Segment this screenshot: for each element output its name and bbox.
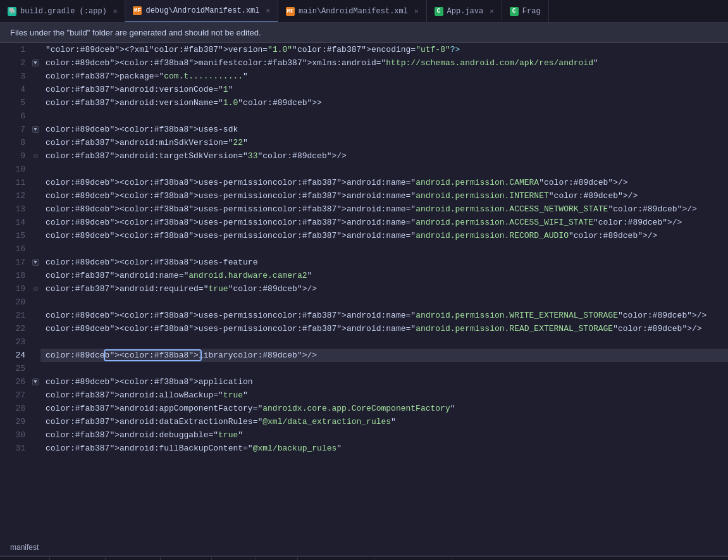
- code-line[interactable]: "color:#89dceb"><?xml "color:#fab387">ve…: [40, 43, 728, 56]
- code-line[interactable]: color:#89dceb"><color:#f38ba8">library c…: [40, 349, 728, 362]
- warning-banner: Files under the "build" folder are gener…: [0, 23, 728, 43]
- code-line[interactable]: color:#fab387">android:targetSdkVersion=…: [40, 149, 728, 163]
- code-line[interactable]: [40, 296, 728, 309]
- code-line[interactable]: color:#fab387">android:versionCode="1": [40, 83, 728, 96]
- fold-close-button[interactable]: [34, 287, 38, 291]
- fold-open-button[interactable]: ▼: [32, 378, 39, 385]
- code-line[interactable]: color:#89dceb"><color:#f38ba8">uses-perm…: [40, 189, 728, 202]
- terminal-item[interactable]: ⬛ Terminal: [106, 557, 160, 560]
- gutter-line: [30, 109, 40, 123]
- tab-close-btn[interactable]: ✕: [266, 6, 270, 15]
- line-number: 18: [5, 269, 25, 282]
- line-number: 26: [5, 375, 25, 389]
- code-line[interactable]: color:#89dceb"><color:#f38ba8">uses-sdk: [40, 123, 728, 136]
- tab-debug-manifest[interactable]: MF debug\AndroidManifest.xml ✕: [125, 0, 278, 23]
- line-number: 5: [5, 96, 25, 109]
- tab-close-btn[interactable]: ✕: [414, 7, 419, 15]
- gutter-line: [30, 296, 40, 309]
- line-number: 6: [5, 109, 25, 123]
- logcat-item[interactable]: ≡ Logcat: [212, 557, 256, 560]
- line-number: 8: [5, 136, 25, 149]
- editor-area: 1234567891011121314151617181920212223242…: [0, 43, 728, 538]
- tab-app-java[interactable]: C App.java ✕: [427, 0, 502, 23]
- java-icon: C: [435, 7, 443, 16]
- gutter-line: ▼: [30, 56, 40, 70]
- gutter-line: [30, 282, 40, 296]
- code-line[interactable]: color:#89dceb"><color:#f38ba8">uses-perm…: [40, 229, 728, 242]
- line-number: 9: [5, 149, 25, 163]
- code-line[interactable]: color:#89dceb"><color:#f38ba8">uses-perm…: [40, 322, 728, 335]
- tab-frag[interactable]: C Frag: [502, 0, 549, 23]
- code-line[interactable]: color:#89dceb"><color:#f38ba8">uses-perm…: [40, 309, 728, 322]
- code-line[interactable]: color:#89dceb"><color:#f38ba8">uses-feat…: [40, 256, 728, 269]
- code-line[interactable]: color:#89dceb"><color:#f38ba8">uses-perm…: [40, 216, 728, 229]
- build-item[interactable]: 🔨 Build: [256, 557, 299, 560]
- code-line[interactable]: color:#fab387">android:name="android.har…: [40, 269, 728, 282]
- line-number: 31: [5, 442, 25, 455]
- gutter-line: [30, 149, 40, 163]
- code-line[interactable]: [40, 163, 728, 176]
- code-line[interactable]: color:#89dceb"><color:#f38ba8">manifest …: [40, 56, 728, 70]
- tab-label: debug\AndroidManifest.xml: [145, 6, 259, 15]
- line-number: 13: [5, 202, 25, 216]
- line-number: 23: [5, 335, 25, 349]
- gutter-line: [30, 216, 40, 229]
- line-number: 30: [5, 428, 25, 442]
- code-line[interactable]: color:#fab387">android:required="true" c…: [40, 282, 728, 296]
- line-number: 22: [5, 322, 25, 335]
- code-line[interactable]: color:#89dceb"><color:#f38ba8">uses-perm…: [40, 176, 728, 189]
- services-item[interactable]: ▶ Services: [161, 557, 212, 560]
- fold-close-button[interactable]: [34, 154, 38, 158]
- code-line[interactable]: color:#fab387">android:minSdkVersion="22…: [40, 136, 728, 149]
- code-line[interactable]: [40, 362, 728, 375]
- line-number: 16: [5, 242, 25, 256]
- fold-open-button[interactable]: ▼: [32, 259, 39, 266]
- fold-open-button[interactable]: ▼: [32, 126, 39, 133]
- code-line[interactable]: color:#fab387">android:dataExtractionRul…: [40, 415, 728, 428]
- tab-close-btn[interactable]: ✕: [113, 7, 118, 15]
- gutter-line: [30, 202, 40, 216]
- problems-item[interactable]: ⚠ Problems: [50, 557, 106, 560]
- tab-label: App.java: [447, 7, 484, 16]
- code-line[interactable]: color:#fab387">android:debuggable="true": [40, 428, 728, 442]
- gutter-line: [30, 415, 40, 428]
- code-line[interactable]: [40, 242, 728, 256]
- line-number: 28: [5, 402, 25, 415]
- code-line[interactable]: color:#89dceb"><color:#f38ba8">uses-perm…: [40, 202, 728, 216]
- gutter-line: [30, 96, 40, 109]
- code-content[interactable]: "color:#89dceb"><?xml "color:#fab387">ve…: [40, 43, 728, 538]
- tab-close-btn[interactable]: ✕: [490, 7, 494, 15]
- line-numbers: 1234567891011121314151617181920212223242…: [0, 43, 30, 538]
- line-number: 25: [5, 362, 25, 375]
- code-line[interactable]: color:#fab387">android:allowBackup="true…: [40, 389, 728, 402]
- line-number: 20: [5, 296, 25, 309]
- line-number: 12: [5, 189, 25, 202]
- line-number: 19: [5, 282, 25, 296]
- code-line[interactable]: color:#fab387">package="com.t...........…: [40, 70, 728, 83]
- gutter-area: ▼▼▼▼: [30, 43, 40, 538]
- status-bar: ☐ TODO ⚠ Problems ⬛ Terminal ▶ Services …: [0, 556, 728, 560]
- gutter-line: [30, 428, 40, 442]
- gutter-line: ▼: [30, 123, 40, 136]
- todo-item[interactable]: ☐ TODO: [5, 557, 50, 560]
- tab-bar: 🐘 build.gradle (:app) ✕ MF debug\Android…: [0, 0, 728, 23]
- version-control-item[interactable]: 🔱 Version Control: [374, 557, 452, 560]
- line-number: 29: [5, 415, 25, 428]
- code-line[interactable]: [40, 335, 728, 349]
- tab-build-gradle[interactable]: 🐘 build.gradle (:app) ✕: [0, 0, 125, 23]
- code-line[interactable]: color:#fab387">android:fullBackupContent…: [40, 442, 728, 455]
- line-number: 21: [5, 309, 25, 322]
- fold-open-button[interactable]: ▼: [32, 59, 39, 66]
- code-line[interactable]: color:#fab387">android:appComponentFacto…: [40, 402, 728, 415]
- gutter-line: [30, 242, 40, 256]
- gutter-line: [30, 389, 40, 402]
- code-line[interactable]: color:#89dceb"><color:#f38ba8">applicati…: [40, 375, 728, 389]
- gutter-line: ▼: [30, 375, 40, 389]
- app-inspection-item[interactable]: 🔒 App Inspection: [298, 557, 374, 560]
- line-number: 10: [5, 163, 25, 176]
- gutter-line: [30, 335, 40, 349]
- code-line[interactable]: [40, 109, 728, 123]
- tab-main-manifest[interactable]: MF main\AndroidManifest.xml ✕: [278, 0, 426, 23]
- gutter-line: [30, 362, 40, 375]
- code-line[interactable]: color:#fab387">android:versionName="1.0"…: [40, 96, 728, 109]
